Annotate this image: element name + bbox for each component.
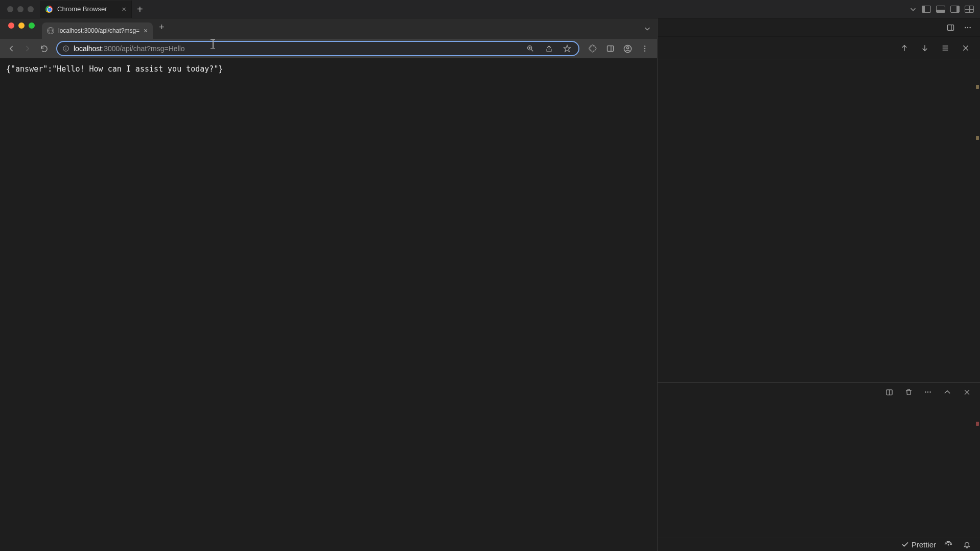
maximize-dot-inactive[interactable] — [28, 6, 34, 12]
back-button[interactable] — [4, 41, 18, 56]
error-marker-icon — [976, 422, 979, 426]
outer-tab-bar: Chrome Browser × + — [0, 0, 980, 18]
window-maximize-button[interactable] — [29, 22, 35, 29]
more-horizontal-icon[interactable] — [922, 386, 934, 398]
bookmark-icon[interactable] — [561, 42, 573, 55]
window-close-button[interactable] — [8, 22, 14, 29]
outer-content-split: localhost:3000/api/chat?msg= × + — [0, 18, 980, 551]
url-host: localhost — [74, 44, 102, 53]
url-text: localhost:3000/api/chat?msg=Hello — [74, 44, 185, 53]
bottom-panel-bar — [658, 383, 980, 401]
prev-result-icon[interactable] — [898, 42, 911, 54]
menu-icon[interactable] — [639, 42, 651, 55]
right-sidebar-topbar — [658, 18, 980, 37]
site-info-icon[interactable] — [62, 45, 69, 52]
split-panel-icon[interactable] — [883, 386, 895, 398]
chrome-toolbar-right — [585, 42, 653, 55]
search-action-row — [658, 37, 980, 59]
chrome-toolbar: localhost:3000/api/chat?msg=Hello — [0, 39, 657, 58]
svg-point-2 — [65, 47, 66, 48]
svg-rect-7 — [607, 46, 613, 52]
layout-left-icon[interactable] — [922, 6, 931, 13]
new-tab-button-outer[interactable]: + — [132, 4, 148, 14]
minimap-marker-icon — [976, 85, 979, 89]
reload-button[interactable] — [37, 41, 51, 56]
extensions-icon[interactable] — [587, 42, 599, 55]
bell-icon[interactable] — [961, 539, 973, 551]
svg-point-11 — [644, 45, 645, 47]
close-dot-inactive[interactable] — [7, 6, 13, 12]
next-result-icon[interactable] — [919, 42, 931, 54]
close-search-icon[interactable] — [960, 42, 972, 54]
svg-point-10 — [626, 47, 628, 49]
svg-point-26 — [925, 392, 926, 393]
chrome-panel: localhost:3000/api/chat?msg= × + — [0, 18, 657, 551]
minimize-dot-inactive[interactable] — [17, 6, 24, 12]
more-options-icon[interactable] — [962, 21, 974, 34]
zoom-icon[interactable] — [524, 42, 536, 55]
forward-button[interactable] — [20, 41, 35, 56]
traffic-lights-outer — [4, 6, 40, 12]
address-bar[interactable]: localhost:3000/api/chat?msg=Hello — [56, 41, 579, 56]
prettier-status[interactable]: Prettier — [901, 540, 936, 549]
trash-icon[interactable] — [902, 386, 915, 398]
omnibox-right-icons — [524, 42, 573, 55]
bottom-panel: Prettier — [658, 382, 980, 551]
bottom-panel-body — [658, 401, 980, 538]
url-path: :3000/api/chat?msg=Hello — [102, 44, 184, 53]
share-icon[interactable] — [543, 42, 555, 55]
prettier-label: Prettier — [912, 540, 936, 549]
chrome-icon — [45, 5, 53, 13]
chrome-tab-title: localhost:3000/api/chat?msg= — [58, 27, 139, 34]
chrome-new-tab-button[interactable]: + — [153, 22, 171, 36]
traffic-lights-chrome — [4, 22, 42, 35]
close-panel-icon[interactable] — [961, 386, 973, 398]
chrome-tab-active[interactable]: localhost:3000/api/chat?msg= × — [42, 22, 153, 39]
chrome-content-area: {"answer":"Hello! How can I assist you t… — [0, 58, 657, 551]
outer-tab-close-icon[interactable]: × — [122, 5, 126, 13]
svg-point-13 — [644, 50, 645, 51]
svg-point-28 — [929, 392, 930, 393]
status-bar: Prettier — [658, 538, 980, 551]
svg-point-18 — [969, 27, 970, 28]
list-icon[interactable] — [939, 42, 951, 54]
panel-toggle-icon[interactable] — [944, 21, 956, 34]
outer-tab-title: Chrome Browser — [57, 5, 107, 13]
broadcast-icon[interactable] — [942, 539, 954, 551]
chrome-tab-close-icon[interactable]: × — [144, 27, 148, 35]
profile-icon[interactable] — [621, 42, 634, 55]
outer-tab-chrome[interactable]: Chrome Browser × — [40, 1, 132, 18]
window-minimize-button[interactable] — [18, 22, 25, 29]
layout-icons-group — [922, 6, 974, 13]
minimap-marker-icon — [976, 136, 979, 140]
svg-line-4 — [531, 50, 533, 52]
layout-bottom-icon[interactable] — [936, 6, 945, 13]
sidebar-body — [658, 59, 980, 382]
globe-icon — [47, 27, 54, 34]
layout-grid-icon[interactable] — [965, 6, 974, 13]
text-cursor-icon — [187, 43, 193, 54]
svg-point-17 — [967, 27, 968, 28]
svg-point-27 — [927, 392, 928, 393]
svg-point-31 — [948, 544, 949, 545]
chevron-up-icon[interactable] — [941, 386, 953, 398]
right-sidebar-panel: Prettier — [657, 18, 980, 551]
response-json-text: {"answer":"Hello! How can I assist you t… — [6, 64, 651, 74]
vscode-window: Chrome Browser × + — [0, 0, 980, 551]
tab-dropdown-outer[interactable] — [909, 6, 917, 13]
svg-point-12 — [644, 48, 645, 49]
sidepanel-icon[interactable] — [604, 42, 616, 55]
svg-point-16 — [965, 27, 966, 28]
svg-rect-14 — [947, 25, 953, 30]
chrome-tab-strip: localhost:3000/api/chat?msg= × + — [0, 18, 657, 39]
layout-right-icon[interactable] — [950, 6, 960, 13]
chrome-tab-list-button[interactable] — [644, 25, 657, 32]
